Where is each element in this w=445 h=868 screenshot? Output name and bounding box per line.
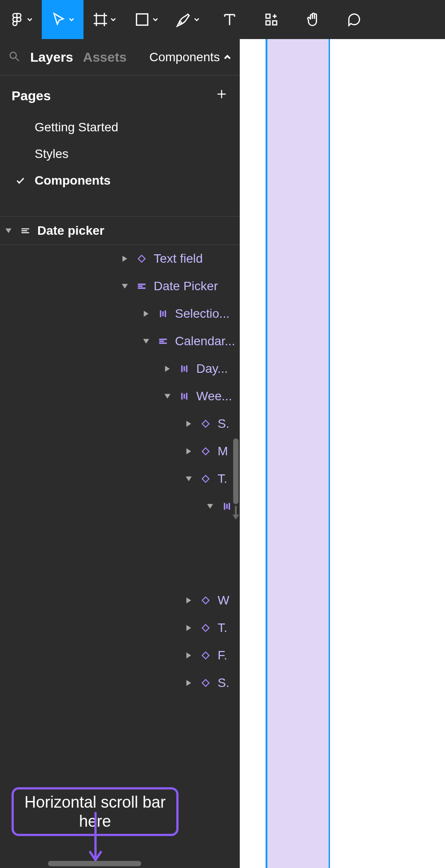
expand-toggle[interactable] — [141, 309, 151, 319]
svg-marker-64 — [233, 515, 239, 519]
expand-toggle[interactable] — [163, 391, 172, 401]
svg-marker-23 — [123, 256, 127, 261]
check-slot — [15, 176, 26, 185]
canvas-component-strip — [267, 39, 329, 868]
layer-label: Day... — [196, 362, 228, 376]
svg-point-5 — [179, 22, 182, 24]
annotation-arrow-icon — [89, 812, 102, 865]
expand-toggle[interactable] — [184, 596, 194, 605]
chevron-down-icon — [68, 16, 75, 23]
page-item[interactable]: Components — [0, 167, 239, 194]
layer-row[interactable]: Selectio... — [0, 300, 239, 327]
svg-marker-25 — [122, 284, 127, 289]
figma-menu-button[interactable] — [0, 0, 42, 39]
layer-row-root[interactable]: Date picker — [0, 217, 239, 245]
diamond-icon — [199, 445, 212, 458]
svg-rect-4 — [136, 14, 147, 25]
expand-toggle[interactable] — [184, 623, 194, 633]
diamond-icon — [199, 417, 212, 430]
layer-row[interactable]: W — [0, 587, 239, 614]
rectangle-tool-button[interactable] — [125, 0, 167, 39]
resources-button[interactable] — [250, 0, 292, 39]
expand-toggle[interactable] — [141, 336, 151, 346]
tab-layers[interactable]: Layers — [30, 50, 73, 65]
search-icon — [8, 50, 20, 63]
layer-label: Selectio... — [175, 307, 230, 321]
expand-toggle[interactable] — [184, 419, 194, 429]
pages-header: Pages — [0, 75, 239, 114]
svg-rect-48 — [202, 448, 209, 454]
layer-row[interactable]: T. — [0, 614, 239, 642]
chevron-down-icon — [152, 16, 159, 23]
layer-label: T. — [218, 472, 227, 486]
layer-label: S. — [218, 417, 229, 431]
page-item[interactable]: Getting Started — [0, 114, 239, 141]
layer-row[interactable]: Text field — [0, 245, 239, 272]
text-tool-button[interactable] — [209, 0, 250, 39]
expand-toggle[interactable] — [205, 501, 215, 511]
layer-row[interactable]: Calendar... — [0, 327, 239, 355]
svg-rect-46 — [202, 420, 209, 427]
resources-icon — [263, 12, 279, 28]
chevron-up-icon — [223, 53, 231, 61]
pen-tool-button[interactable] — [167, 0, 209, 39]
expand-toggle[interactable] — [120, 281, 130, 291]
layer-label: Calendar... — [175, 334, 235, 348]
layer-row[interactable]: Wee... — [0, 383, 239, 410]
page-name: Components — [35, 174, 111, 188]
page-selector[interactable]: Components — [149, 50, 231, 64]
canvas-area[interactable] — [240, 39, 445, 868]
layer-row[interactable]: M — [0, 438, 239, 465]
add-page-button[interactable] — [215, 88, 228, 103]
cursor-icon — [51, 12, 67, 28]
svg-marker-57 — [187, 625, 191, 631]
expand-toggle[interactable] — [120, 254, 130, 264]
pages-section: Pages Getting Started Styles Components — [0, 75, 239, 217]
expand-toggle[interactable] — [184, 678, 194, 688]
check-icon — [16, 176, 25, 185]
vertical-scrollbar[interactable] — [233, 438, 238, 504]
layer-label: Wee... — [196, 389, 232, 403]
expand-toggle[interactable] — [184, 474, 194, 484]
expand-toggle[interactable] — [4, 226, 13, 236]
layer-label: F. — [218, 648, 227, 663]
svg-rect-12 — [273, 21, 277, 25]
expand-toggle[interactable] — [184, 446, 194, 456]
layer-row[interactable]: Date Picker — [0, 272, 239, 300]
top-toolbar — [0, 0, 445, 39]
diamond-icon — [199, 594, 212, 607]
layer-row[interactable]: Day... — [0, 355, 239, 383]
layer-row[interactable] — [0, 493, 239, 520]
bars-v-icon — [178, 362, 191, 375]
layer-label: Text field — [154, 252, 203, 266]
frame-icon — [92, 12, 108, 28]
expand-toggle[interactable] — [163, 364, 172, 374]
svg-rect-56 — [202, 597, 209, 604]
hand-tool-button[interactable] — [292, 0, 334, 39]
svg-rect-60 — [202, 652, 209, 659]
layer-row[interactable]: S. — [0, 669, 239, 697]
selection-edge-right — [329, 39, 330, 868]
svg-marker-19 — [5, 228, 11, 233]
move-tool-button[interactable] — [42, 0, 83, 39]
svg-marker-49 — [186, 477, 191, 481]
svg-rect-24 — [138, 255, 145, 262]
plus-icon — [215, 88, 228, 100]
svg-marker-55 — [187, 597, 191, 603]
layer-row[interactable]: S. — [0, 410, 239, 438]
comment-tool-button[interactable] — [334, 0, 376, 39]
layer-row[interactable]: F. — [0, 642, 239, 669]
search-button[interactable] — [8, 50, 20, 64]
autolayout-h-icon — [135, 280, 148, 293]
layer-label: T. — [218, 621, 227, 635]
tab-assets[interactable]: Assets — [83, 50, 127, 65]
diamond-icon — [199, 676, 212, 690]
expand-toggle[interactable] — [184, 651, 194, 660]
bars-v-icon — [178, 390, 191, 403]
frame-tool-button[interactable] — [83, 0, 125, 39]
left-panel: Layers Assets Components Pages Getting S… — [0, 39, 240, 868]
page-item[interactable]: Styles — [0, 141, 239, 167]
svg-rect-50 — [202, 475, 209, 482]
layer-row[interactable]: T. — [0, 465, 239, 493]
hand-icon — [305, 12, 321, 28]
